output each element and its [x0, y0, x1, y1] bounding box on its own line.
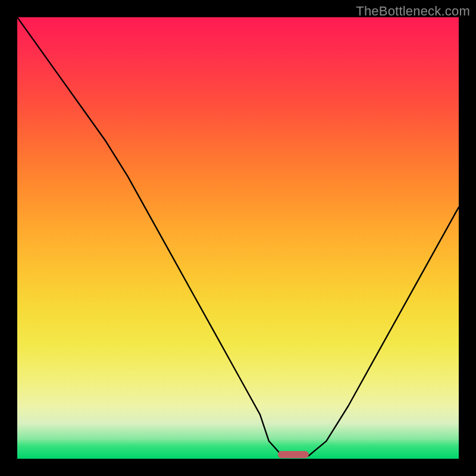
plot-area	[17, 17, 459, 459]
optimal-range-marker	[278, 451, 309, 458]
bottleneck-curve	[17, 17, 459, 456]
curve-overlay	[17, 17, 459, 459]
chart-frame: TheBottleneck.com	[0, 0, 476, 476]
watermark-text: TheBottleneck.com	[356, 4, 470, 19]
